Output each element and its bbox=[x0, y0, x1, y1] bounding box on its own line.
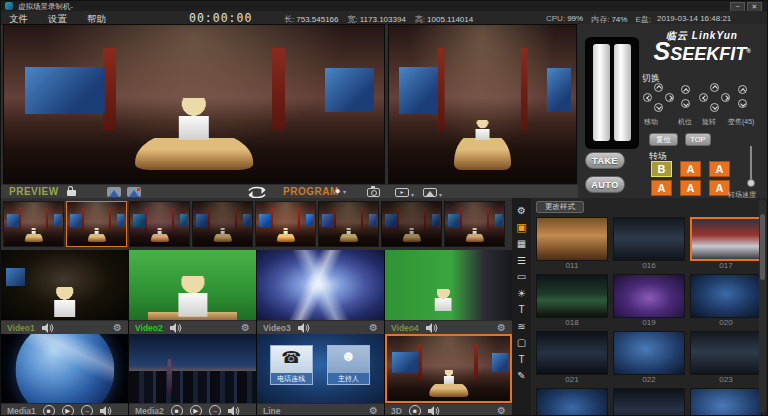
lighting-icon[interactable]: ☀ bbox=[514, 288, 529, 299]
zoom-in-button[interactable] bbox=[738, 85, 747, 94]
t-bar-handle-left[interactable] bbox=[593, 44, 610, 141]
scene-thumb[interactable] bbox=[690, 331, 762, 375]
move-up-button[interactable] bbox=[654, 83, 663, 92]
image-overlay-alert-icon[interactable] bbox=[127, 187, 141, 197]
scene-thumb[interactable] bbox=[690, 217, 762, 261]
loop-button[interactable]: → bbox=[209, 405, 221, 416]
snapshot-camera-icon[interactable] bbox=[367, 188, 380, 197]
video1-cell[interactable]: Video1 ⚙ bbox=[1, 250, 128, 334]
draw-icon[interactable]: ✎ bbox=[514, 370, 529, 381]
export-video-icon[interactable]: ▸ bbox=[395, 188, 409, 197]
t-bar-fader[interactable] bbox=[585, 37, 639, 149]
preset-thumb[interactable] bbox=[192, 201, 253, 247]
preset-thumb-selected[interactable] bbox=[66, 201, 127, 247]
video2-cell[interactable]: Video2 ⚙ bbox=[129, 250, 256, 334]
transition-a-button[interactable]: A bbox=[709, 180, 730, 196]
gear-icon[interactable]: ⚙ bbox=[241, 323, 250, 333]
reset-button[interactable]: 复位 bbox=[649, 133, 678, 146]
lock-icon[interactable] bbox=[67, 190, 76, 196]
image-overlay-icon[interactable] bbox=[107, 187, 121, 197]
move-right-button[interactable] bbox=[665, 93, 674, 102]
video3-cell[interactable]: Video3 ⚙ bbox=[257, 250, 384, 334]
rotate-down-button[interactable] bbox=[710, 103, 719, 112]
zoom-out-button[interactable] bbox=[738, 99, 747, 108]
speaker-icon[interactable] bbox=[42, 323, 55, 333]
phone-call-button[interactable]: ☎ 电话连线 bbox=[270, 345, 313, 385]
scene-item[interactable]: 016 bbox=[613, 217, 685, 271]
scene3d-cell[interactable]: 3D ■ ⚙ bbox=[385, 334, 512, 416]
media1-cell[interactable]: Media1 ■ ▶ → bbox=[1, 334, 128, 416]
stop-button[interactable]: ■ bbox=[43, 405, 55, 416]
scene-item[interactable]: 011 bbox=[536, 217, 608, 271]
scene-item[interactable]: 024 bbox=[536, 388, 608, 416]
move-left-button[interactable] bbox=[643, 93, 652, 102]
playlist-icon[interactable]: ☰ bbox=[514, 255, 529, 266]
settings-icon[interactable]: ⚙ bbox=[514, 205, 529, 216]
preset-thumb[interactable] bbox=[129, 201, 190, 247]
rotate-left-button[interactable] bbox=[699, 93, 708, 102]
preset-thumb[interactable] bbox=[444, 201, 505, 247]
gear-icon[interactable]: ⚙ bbox=[369, 323, 378, 333]
speaker-icon[interactable] bbox=[428, 406, 441, 416]
speaker-icon[interactable] bbox=[228, 406, 241, 416]
transition-a-button[interactable]: A bbox=[651, 180, 672, 196]
take-button[interactable]: TAKE bbox=[585, 152, 625, 169]
scene-thumb[interactable] bbox=[536, 388, 608, 416]
scene-thumb[interactable] bbox=[536, 331, 608, 375]
speaker-icon[interactable] bbox=[298, 323, 311, 333]
rotate-right-button[interactable] bbox=[721, 93, 730, 102]
scene-item[interactable]: 023 bbox=[690, 331, 762, 385]
move-down-button[interactable] bbox=[654, 103, 663, 112]
scene-item-selected[interactable]: 017 bbox=[690, 217, 762, 271]
record-button[interactable]: ● ▾ bbox=[335, 186, 346, 196]
transition-speed-slider[interactable] bbox=[746, 146, 756, 188]
play-button[interactable]: ▶ bbox=[62, 405, 74, 416]
slider-knob[interactable] bbox=[747, 179, 755, 187]
preset-thumb[interactable] bbox=[3, 201, 64, 247]
scene-item[interactable]: 025 bbox=[613, 388, 685, 416]
auto-button[interactable]: AUTO bbox=[585, 176, 625, 193]
preset-thumb[interactable] bbox=[318, 201, 379, 247]
stop-button[interactable]: ■ bbox=[409, 405, 421, 416]
scene-item[interactable]: 018 bbox=[536, 274, 608, 328]
transition-a-button[interactable]: A bbox=[680, 180, 701, 196]
transition-a-button[interactable]: A bbox=[709, 161, 730, 177]
scene-grid-icon[interactable]: ▦ bbox=[514, 238, 529, 249]
scene-item[interactable]: 022 bbox=[613, 331, 685, 385]
scene-thumb[interactable] bbox=[613, 217, 685, 261]
host-button[interactable]: ☻ 主持人 bbox=[327, 345, 370, 385]
video4-cell[interactable]: Video4 ⚙ bbox=[385, 250, 512, 334]
display-icon[interactable]: ▭ bbox=[514, 271, 529, 282]
gear-icon[interactable]: ⚙ bbox=[113, 323, 122, 333]
rotate-up-button[interactable] bbox=[710, 83, 719, 92]
scene-item[interactable]: 021 bbox=[536, 331, 608, 385]
scene-item[interactable]: 026 bbox=[690, 388, 762, 416]
scrollbar-thumb[interactable] bbox=[760, 214, 765, 280]
scene-thumb[interactable] bbox=[613, 388, 685, 416]
speaker-icon[interactable] bbox=[426, 323, 439, 333]
transition-a-button[interactable]: A bbox=[680, 161, 701, 177]
scene-thumb[interactable] bbox=[536, 217, 608, 261]
gear-icon[interactable]: ⚙ bbox=[497, 406, 506, 416]
scene-item[interactable]: 020 bbox=[690, 274, 762, 328]
title-text-icon[interactable]: T bbox=[514, 354, 529, 365]
gallery-tab[interactable]: 更改样式 bbox=[536, 201, 584, 213]
position-down-button[interactable] bbox=[681, 99, 690, 108]
t-bar-handle-right[interactable] bbox=[614, 44, 631, 141]
gallery-scrollbar[interactable] bbox=[759, 200, 766, 413]
scene-thumb[interactable] bbox=[690, 388, 762, 416]
speaker-icon[interactable] bbox=[100, 406, 113, 416]
scene-item[interactable]: 019 bbox=[613, 274, 685, 328]
play-button[interactable]: ▶ bbox=[190, 405, 202, 416]
gear-icon[interactable]: ⚙ bbox=[369, 406, 378, 416]
media2-cell[interactable]: Media2 ■ ▶ → bbox=[129, 334, 256, 416]
transition-b-button[interactable]: B bbox=[651, 161, 672, 177]
line-cell[interactable]: ☎ 电话连线 ☻ 主持人 Line ⚙ bbox=[257, 334, 384, 416]
preset-thumb[interactable] bbox=[381, 201, 442, 247]
preset-thumb[interactable] bbox=[255, 201, 316, 247]
export-caret-icon[interactable]: ▾ bbox=[411, 191, 414, 198]
export-image-icon[interactable] bbox=[423, 188, 437, 197]
layers-icon[interactable]: ≋ bbox=[514, 321, 529, 332]
scene-thumb[interactable] bbox=[690, 274, 762, 318]
save-icon[interactable]: ▣ bbox=[514, 222, 529, 233]
